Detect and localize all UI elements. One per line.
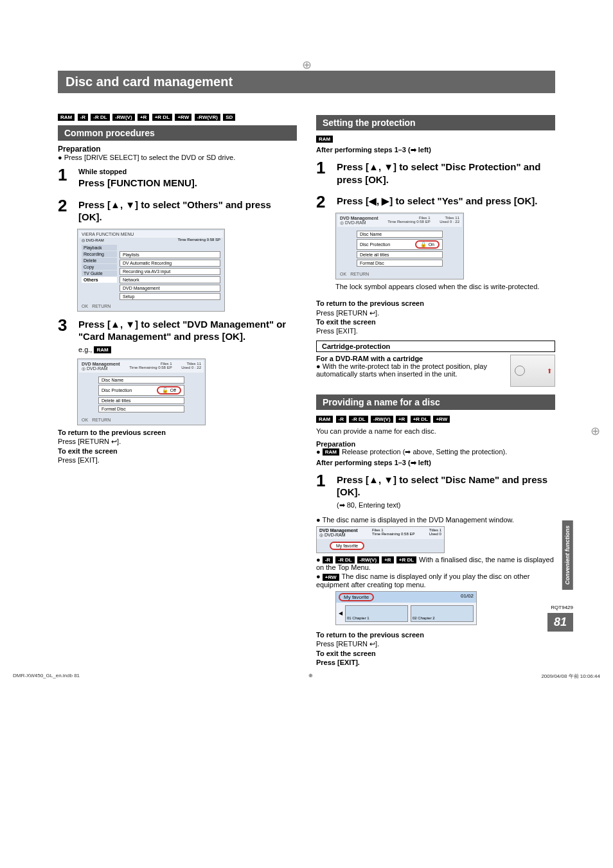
ss-return3: RETURN bbox=[350, 272, 369, 276]
dm-on: On bbox=[429, 242, 434, 247]
msr: Time Remaining 0:58 EP bbox=[372, 532, 414, 536]
ss-used-lbl: Used bbox=[181, 366, 190, 369]
eg-prefix: e.g., bbox=[78, 346, 92, 353]
prep-bullet: ● RAM Release protection (➡ above, Setti… bbox=[316, 448, 555, 456]
menu-item: DV Automatic Recording bbox=[120, 260, 220, 267]
ss-return: RETURN bbox=[92, 304, 111, 308]
badge-ram: RAM bbox=[316, 136, 333, 143]
badge: -R DL bbox=[349, 416, 368, 423]
badge: +R bbox=[396, 416, 407, 423]
step-number-1: 1 bbox=[316, 159, 330, 176]
top-menu-screenshot: My favorite 01/02 ◀ 01 Chapter 1 02 Chap… bbox=[335, 591, 477, 625]
step-number-2: 2 bbox=[58, 197, 72, 214]
lock-note: The lock symbol appears closed when the … bbox=[335, 282, 555, 291]
ms-disc: DVD-RAM bbox=[324, 533, 346, 537]
sidebar-item: Delete bbox=[82, 258, 117, 263]
page-content: Disc and card management RAM -R -R DL -R… bbox=[0, 0, 613, 693]
ss-ok: OK bbox=[82, 304, 88, 308]
ss-return2: RETURN bbox=[92, 418, 111, 422]
cartridge-illustration: ⬆ bbox=[510, 355, 555, 387]
preparation-text: ● Press [DRIVE SELECT] to select the DVD… bbox=[58, 154, 297, 161]
badge: -RW(V) bbox=[371, 416, 393, 423]
step3-main: Press [▲, ▼] to select "DVD Management" … bbox=[78, 318, 297, 343]
dm-item: Format Disc bbox=[98, 405, 184, 412]
ss-remain: Time Remaining 0:58 SP bbox=[178, 238, 220, 242]
top-menu-title-oval: My favorite bbox=[339, 593, 374, 601]
menu-item: DVD Management bbox=[120, 285, 220, 292]
ss-ok2: OK bbox=[82, 418, 88, 422]
badge: -RW(V) bbox=[357, 556, 380, 563]
sidebar-item: TV Guide bbox=[82, 270, 117, 276]
exit-label3: To exit the screen bbox=[316, 650, 376, 657]
ss-title: DVD Management bbox=[82, 362, 120, 366]
lock-icon: 🔒 bbox=[420, 242, 427, 247]
ss-disc: DVD-RAM bbox=[86, 238, 104, 242]
name-step1: Press [▲, ▼] to select "Disc Name" and p… bbox=[337, 474, 555, 499]
name-step1-note: (➡ 80, Entering text) bbox=[337, 501, 555, 509]
dm-item: Disc Name bbox=[98, 376, 184, 384]
msul: Used bbox=[429, 532, 438, 536]
page-title: Disc and card management bbox=[58, 71, 555, 93]
menu-item: Network bbox=[120, 276, 220, 283]
ss-remain2: Time Remaining 0:58 EP bbox=[129, 366, 172, 369]
badge: +R DL bbox=[411, 416, 431, 423]
print-footer: DMR-XW450_GL_en.indb 81 ⊕ 2009/04/08 午前 … bbox=[0, 673, 613, 680]
function-menu-screenshot: VIERA FUNCTION MENU ◎ DVD-RAM Time Remai… bbox=[77, 229, 225, 312]
ul: Used bbox=[440, 220, 449, 224]
top-menu-thumb2: 02 Chapter 2 bbox=[411, 605, 474, 622]
ss-brand: VIERA FUNCTION MENU bbox=[82, 232, 134, 236]
myfav-oval: My favorite bbox=[330, 542, 364, 550]
return-text2: Press [RETURN ↩]. bbox=[316, 309, 379, 317]
footer-right: 2009/04/08 午前 10:06:44 bbox=[541, 673, 600, 680]
dvd-management-screenshot-off: DVD Management◎ DVD-RAM Files 1 Time Rem… bbox=[77, 359, 206, 425]
dm-item2: Disc Name bbox=[357, 231, 443, 238]
top-menu-page: 01/02 bbox=[461, 593, 474, 601]
preparation-label: Preparation bbox=[58, 145, 297, 154]
menu-item: Setup bbox=[120, 293, 220, 300]
step2-main: Press [▲, ▼] to select "Others" and pres… bbox=[78, 199, 297, 224]
badge: -RW(V) bbox=[112, 114, 135, 121]
eg-badge: RAM bbox=[94, 346, 111, 353]
badge: -R bbox=[323, 556, 333, 563]
page-number: 81 bbox=[547, 613, 573, 632]
badge: -R DL bbox=[91, 114, 109, 121]
dm-item: Delete all titles bbox=[98, 397, 184, 404]
badge-rw: +RW bbox=[323, 574, 339, 581]
disc-name-window-note: ● The disc name is displayed in the DVD … bbox=[316, 516, 555, 524]
format-badges-2: RAM -R -R DL -RW(V) +R +R DL +RW bbox=[316, 414, 555, 423]
sidebar-item: Copy bbox=[82, 264, 117, 270]
badge: -R DL bbox=[335, 556, 354, 563]
badge: -R bbox=[78, 114, 88, 121]
cartridge-bullet-text: With the write-protect tab in the protec… bbox=[316, 362, 487, 378]
uv: 0 : 22 bbox=[450, 220, 459, 224]
registration-mark-top: ⊕ bbox=[302, 58, 312, 72]
preparation-label2: Preparation bbox=[316, 440, 555, 448]
provide-line: You can provide a name for each disc. bbox=[316, 427, 555, 436]
badge: +R bbox=[138, 114, 149, 121]
exit-label2: To exit the screen bbox=[316, 318, 376, 326]
after-steps2: After performing steps 1–3 (➡ left) bbox=[316, 459, 555, 467]
dm-item2: Delete all titles bbox=[357, 251, 443, 258]
return-text3: Press [RETURN ↩]. bbox=[316, 640, 379, 648]
right-column: Setting the protection RAM After perform… bbox=[316, 112, 555, 667]
badge: +RW bbox=[175, 114, 191, 121]
side-tab: Convenient functions bbox=[562, 520, 573, 590]
r: Time Remaining 0:58 EP bbox=[387, 220, 430, 224]
badge: RAM bbox=[316, 416, 333, 423]
footer-left: DMR-XW450_GL_en.indb 81 bbox=[13, 673, 80, 680]
badge: +R DL bbox=[396, 556, 416, 563]
unlock-icon: 🔓 bbox=[162, 387, 168, 393]
section-setting-protection: Setting the protection bbox=[316, 115, 555, 130]
dm-protection-label: Disc Protection bbox=[102, 388, 132, 393]
after-steps: After performing steps 1–3 (➡ left) bbox=[316, 146, 555, 154]
step-number-1: 1 bbox=[58, 166, 72, 183]
return-label2: To return to the previous screen bbox=[316, 299, 424, 307]
prep-bullet-text: Release protection (➡ above, Setting the… bbox=[340, 448, 507, 456]
dm-item-protection: Disc Protection 🔓Off bbox=[98, 385, 184, 396]
ss-disc2: DVD-RAM bbox=[87, 366, 108, 371]
section-providing-name: Providing a name for a disc bbox=[316, 394, 555, 410]
sidebar-item-others: Others bbox=[82, 277, 117, 283]
top-menu-thumb1: 01 Chapter 1 bbox=[345, 605, 408, 622]
badge: SD bbox=[223, 114, 235, 121]
prep-bullet-prefix: ● bbox=[316, 448, 321, 456]
